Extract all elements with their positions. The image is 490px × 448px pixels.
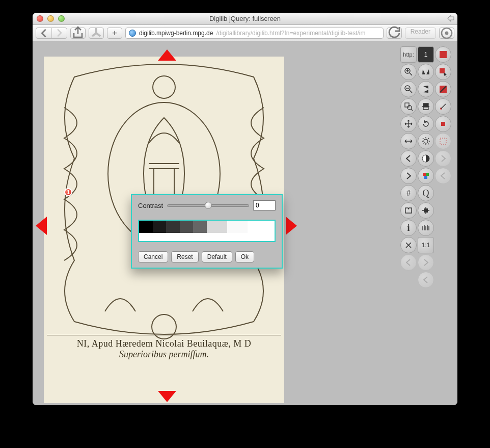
imprint-line-1: NI, Apud Hæredem Nicolai Beuilaquæ, M D	[47, 338, 281, 349]
contrast-value-input[interactable]	[253, 200, 276, 210]
forward-button[interactable]	[51, 28, 67, 38]
traffic-lights	[37, 15, 65, 22]
region-new-icon[interactable]	[435, 46, 451, 63]
bookmarks-button[interactable]	[439, 28, 454, 39]
titlebar: Digilib jQuery: fullscreen	[33, 13, 457, 25]
nav-up-arrow[interactable]	[158, 49, 176, 61]
imprint-line-2: Superioribus permiſſum.	[47, 349, 281, 360]
svg-rect-11	[405, 103, 409, 107]
zoom-out-icon[interactable]	[400, 81, 417, 97]
step-prev-icon[interactable]	[435, 168, 451, 184]
page-imprint: NI, Apud Hæredem Nicolai Beuilaquæ, M D …	[44, 333, 284, 360]
next-page-icon[interactable]	[400, 168, 417, 184]
window-close-button[interactable]	[37, 15, 43, 22]
zoom-in-icon[interactable]	[400, 64, 417, 80]
prev-page-icon[interactable]	[400, 150, 417, 167]
mirror-v-icon[interactable]	[418, 64, 434, 80]
ok-button[interactable]: Ok	[235, 251, 254, 262]
svg-point-1	[445, 31, 449, 35]
scale-reset-button[interactable]: 1:1	[418, 237, 434, 253]
annotation-marker[interactable]: 1	[64, 188, 72, 196]
rgb-icon[interactable]	[418, 168, 434, 184]
quality-icon[interactable]: Q	[418, 185, 434, 201]
window-minimize-button[interactable]	[47, 15, 54, 22]
region-small-icon[interactable]	[435, 116, 451, 132]
contrast-preview	[138, 220, 276, 242]
fit-width-icon[interactable]	[400, 133, 417, 149]
url-label[interactable]: http:	[400, 46, 417, 63]
browser-toolbar: + digilib.mpiwg-berlin.mpg.de/digitallib…	[33, 25, 457, 41]
digilib-toolbox: http: 1 # Q	[400, 46, 453, 288]
svg-rect-19	[426, 173, 429, 176]
url-path: /digitallibrary/digilib.html?fn=experime…	[216, 30, 365, 37]
gradient-steps	[139, 221, 275, 233]
svg-rect-20	[424, 176, 427, 179]
contrast-slider[interactable]	[167, 204, 249, 207]
window-title: Digilib jQuery: fullscreen	[209, 15, 281, 22]
content-area: 1 NI, Apud Hæredem Nicolai Beuilaquæ, M …	[33, 41, 457, 405]
region-dashed-icon[interactable]	[435, 133, 451, 149]
svg-rect-18	[423, 173, 426, 176]
reset-button[interactable]: Reset	[171, 251, 198, 262]
aux-prev-icon[interactable]	[400, 254, 417, 271]
expand-icon[interactable]	[447, 15, 454, 22]
new-tab-button[interactable]: +	[107, 28, 122, 39]
contrast-dialog: Contrast Cancel Reset Default Ok	[131, 194, 283, 269]
zoom-area-icon[interactable]	[400, 98, 417, 115]
back-button[interactable]	[36, 28, 51, 38]
nav-left-arrow[interactable]	[36, 217, 47, 235]
mirror-h-icon[interactable]	[418, 98, 434, 115]
close-icon[interactable]	[400, 237, 417, 253]
cancel-button[interactable]: Cancel	[138, 251, 168, 262]
site-icon	[129, 30, 136, 37]
mirror-h-bw-icon[interactable]	[418, 81, 434, 97]
svg-rect-21	[424, 208, 428, 213]
svg-rect-6	[440, 51, 447, 58]
page-number-input[interactable]: 1	[418, 46, 434, 63]
hash-icon[interactable]: #	[400, 185, 417, 201]
book-icon[interactable]	[400, 202, 417, 219]
region-select-icon[interactable]	[435, 64, 451, 80]
annotation-line-icon[interactable]	[435, 98, 451, 115]
calibrate-icon[interactable]	[418, 202, 434, 219]
app-window: Digilib jQuery: fullscreen + digilib.mpi…	[33, 13, 457, 405]
slider-thumb[interactable]	[205, 202, 212, 209]
brightness-icon[interactable]	[418, 133, 434, 149]
rotate-icon[interactable]	[418, 116, 434, 132]
info-icon[interactable]: i	[400, 220, 417, 236]
window-zoom-button[interactable]	[58, 15, 65, 22]
contrast-icon[interactable]	[418, 150, 434, 167]
svg-point-15	[424, 139, 428, 143]
extensions-button[interactable]	[89, 28, 104, 39]
nav-back-forward	[36, 28, 67, 39]
url-field[interactable]: digilib.mpiwg-berlin.mpg.de/digitallibra…	[125, 28, 384, 39]
move-icon[interactable]	[400, 116, 417, 132]
gradient-result	[139, 233, 275, 241]
step-next-icon[interactable]	[435, 150, 451, 167]
svg-point-12	[407, 106, 412, 110]
contrast-label: Contrast	[138, 202, 163, 209]
default-button[interactable]: Default	[202, 251, 232, 262]
aux-prev2-icon[interactable]	[418, 272, 434, 288]
svg-rect-14	[441, 122, 445, 126]
nav-right-arrow[interactable]	[286, 217, 297, 235]
reader-button[interactable]: Reader	[405, 28, 436, 39]
share-button[interactable]	[70, 28, 86, 39]
annotation-number: 1	[67, 190, 70, 195]
aux-next-icon[interactable]	[418, 254, 434, 271]
svg-rect-16	[440, 138, 446, 144]
reload-button[interactable]	[387, 28, 402, 39]
nav-down-arrow[interactable]	[158, 391, 176, 402]
ruler-icon[interactable]	[418, 220, 434, 236]
region-delete-icon[interactable]	[435, 81, 451, 97]
url-host: digilib.mpiwg-berlin.mpg.de	[139, 30, 213, 37]
